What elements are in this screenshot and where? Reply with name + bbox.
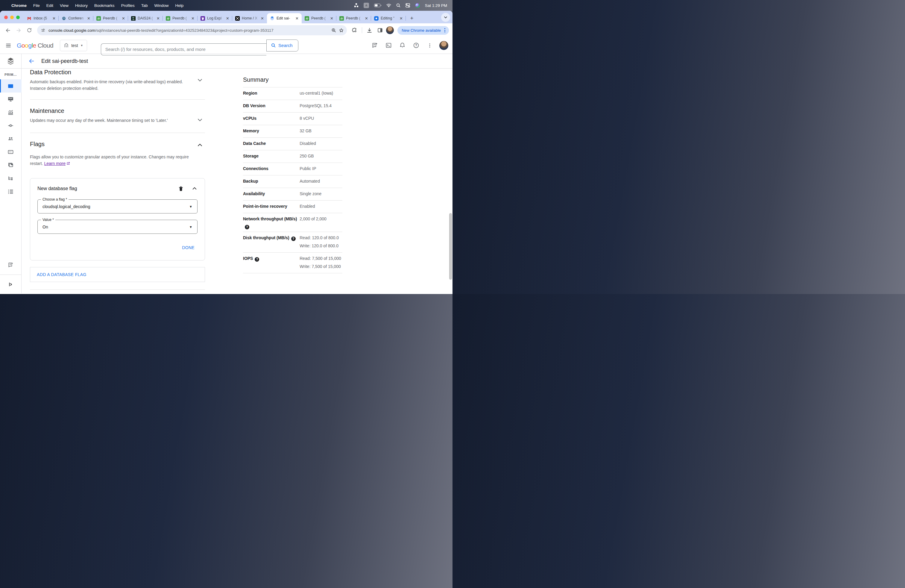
summary-value: 250 GB: [300, 153, 342, 161]
address-bar[interactable]: console.cloud.google.com/sql/instances/s…: [37, 25, 347, 35]
menu-app-icon[interactable]: [364, 3, 369, 8]
tab-close-icon[interactable]: ✕: [121, 16, 126, 21]
siri-icon[interactable]: [415, 3, 420, 8]
more-options-kebab-icon[interactable]: [424, 40, 435, 51]
add-database-flag-button[interactable]: ADD A DATABASE FLAG: [30, 267, 205, 282]
release-notes-icon[interactable]: [0, 258, 22, 272]
reload-icon[interactable]: [25, 25, 34, 35]
downloads-icon[interactable]: [365, 25, 374, 35]
forward-icon[interactable]: [14, 25, 23, 35]
site-settings-icon[interactable]: [41, 28, 46, 33]
browser-tab[interactable]: Peerdb (✕: [94, 13, 128, 23]
done-button[interactable]: DONE: [179, 243, 197, 253]
minimize-window-button[interactable]: [10, 16, 14, 19]
menu-item-view[interactable]: View: [60, 3, 68, 8]
cloud-search-field[interactable]: [101, 43, 266, 56]
summary-row: AvailabilitySingle zone: [243, 188, 342, 200]
help-tooltip-icon[interactable]: ?: [245, 225, 249, 229]
tab-close-icon[interactable]: ✕: [399, 16, 403, 21]
browser-profile-avatar[interactable]: [386, 26, 394, 34]
delete-flag-trash-icon[interactable]: [178, 186, 184, 192]
tab-close-icon[interactable]: ✕: [295, 16, 299, 21]
extensions-icon[interactable]: [350, 25, 359, 35]
help-tooltip-icon[interactable]: ?: [291, 237, 296, 241]
sidebar-item-connections[interactable]: [0, 119, 22, 132]
sidebar-item-overview[interactable]: [0, 79, 22, 92]
sidebar-item-query-insights[interactable]: [0, 106, 22, 119]
battery-icon[interactable]: [374, 3, 381, 7]
display-blocks-icon[interactable]: [354, 3, 359, 8]
choose-flag-select[interactable]: Choose a flag * cloudsql.logical_decodin…: [37, 199, 197, 213]
tab-search-chevron[interactable]: [441, 13, 450, 22]
wifi-icon[interactable]: [386, 3, 391, 7]
google-cloud-logo[interactable]: GoogleCloud: [17, 42, 53, 49]
tab-close-icon[interactable]: ✕: [86, 16, 91, 21]
side-panel-icon[interactable]: [375, 25, 385, 35]
expand-panel-icon[interactable]: [0, 278, 22, 291]
summary-title: Summary: [243, 76, 342, 83]
tab-title: Conferen: [68, 16, 86, 21]
tab-close-icon[interactable]: ✕: [260, 16, 265, 21]
release-notes-gemini-icon[interactable]: [369, 40, 380, 51]
tab-close-icon[interactable]: ✕: [156, 16, 160, 21]
sidebar-item-operations[interactable]: [0, 185, 22, 198]
learn-more-link[interactable]: Learn more: [44, 161, 70, 166]
browser-tab[interactable]: Peerdb (✕: [163, 13, 197, 23]
summary-label: Data Cache: [243, 140, 300, 148]
browser-tab[interactable]: Home / X✕: [232, 13, 267, 23]
tab-close-icon[interactable]: ✕: [364, 16, 369, 21]
new-chrome-available-pill[interactable]: New Chrome available: [397, 26, 449, 35]
cloud-search-input[interactable]: [105, 47, 262, 52]
tab-close-icon[interactable]: ✕: [191, 16, 195, 21]
nav-menu-icon[interactable]: [2, 40, 14, 51]
bookmark-star-icon[interactable]: [339, 28, 344, 33]
chrome-menu-kebab-icon[interactable]: [443, 28, 447, 32]
menu-item-bookmarks[interactable]: Bookmarks: [94, 3, 114, 8]
flag-value-select[interactable]: Value * On ▼: [37, 220, 197, 234]
back-icon[interactable]: [3, 25, 13, 35]
browser-tab[interactable]: Edit sai-✕: [267, 13, 302, 23]
menu-item-window[interactable]: Window: [154, 3, 168, 8]
sidebar-item-system-insights[interactable]: [0, 92, 22, 106]
cloud-shell-icon[interactable]: [383, 40, 394, 51]
tab-close-icon[interactable]: ✕: [330, 16, 334, 21]
tab-close-icon[interactable]: ✕: [52, 16, 56, 21]
help-tooltip-icon[interactable]: ?: [255, 257, 259, 262]
notifications-bell-icon[interactable]: [397, 40, 408, 51]
zoom-window-button[interactable]: [16, 16, 20, 19]
help-icon[interactable]: ?: [411, 40, 421, 51]
browser-tab[interactable]: Inbox (5✕: [24, 13, 59, 23]
zoom-in-icon[interactable]: [331, 28, 337, 33]
back-arrow-icon[interactable]: [28, 58, 35, 64]
browser-tab[interactable]: Conferen✕: [59, 13, 94, 23]
browser-tab[interactable]: Peerdb (✕: [302, 13, 337, 23]
scrollbar-thumb[interactable]: [449, 213, 452, 280]
chevron-up-icon[interactable]: [197, 142, 203, 148]
menu-item-history[interactable]: History: [75, 3, 88, 8]
sidebar-item-backups[interactable]: [0, 158, 22, 172]
browser-tab[interactable]: Peerdb (✕: [337, 13, 371, 23]
chevron-down-icon[interactable]: [197, 116, 203, 123]
spotlight-icon[interactable]: [396, 3, 400, 8]
menu-item-help[interactable]: Help: [175, 3, 183, 8]
project-picker[interactable]: test ▼: [60, 40, 87, 51]
control-center-icon[interactable]: [405, 3, 410, 8]
menu-item-profiles[interactable]: Profiles: [121, 3, 135, 8]
new-tab-button[interactable]: +: [408, 14, 416, 22]
menu-item-chrome[interactable]: Chrome: [11, 3, 27, 8]
menu-item-edit[interactable]: Edit: [46, 3, 53, 8]
sidebar-item-users[interactable]: [0, 132, 22, 145]
browser-tab[interactable]: DAISDAIS24 (✕: [128, 13, 163, 23]
cloud-search-button[interactable]: Search: [266, 40, 298, 51]
chevron-down-icon[interactable]: [197, 77, 203, 83]
sidebar-item-databases[interactable]: [0, 145, 22, 158]
sidebar-item-replicas[interactable]: [0, 172, 22, 185]
menu-item-file[interactable]: File: [33, 3, 40, 8]
account-avatar[interactable]: [439, 41, 448, 50]
collapse-flag-chevron-up-icon[interactable]: [192, 186, 197, 192]
browser-tab[interactable]: Log Expl✕: [197, 13, 232, 23]
browser-tab[interactable]: Editing "✕: [371, 13, 406, 23]
close-window-button[interactable]: [4, 16, 8, 19]
tab-close-icon[interactable]: ✕: [225, 16, 230, 21]
menu-item-tab[interactable]: Tab: [141, 3, 148, 8]
